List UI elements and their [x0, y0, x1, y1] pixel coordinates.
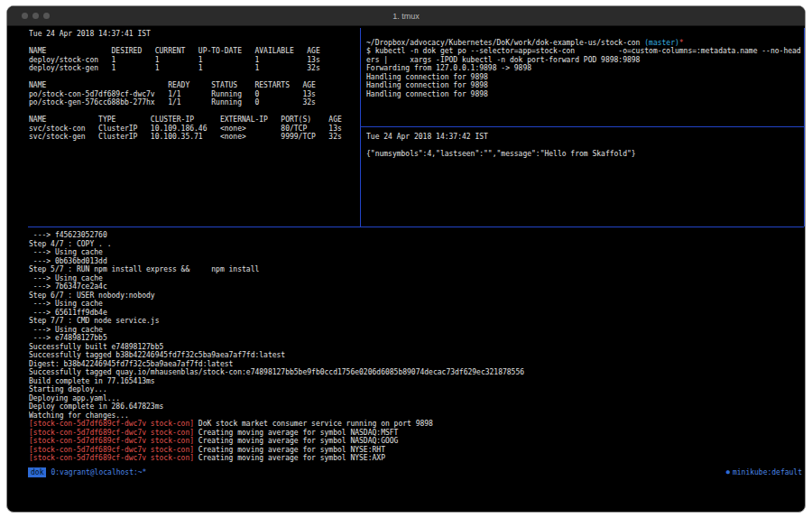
- pod-log-message: Creating moving average for symbol NASDA…: [194, 429, 398, 437]
- terminal-line: ~/Dropbox/advocacy/Kubernetes/DoK/work/d…: [366, 39, 803, 48]
- pod-log-message: DoK stock market consumer service runnin…: [194, 420, 433, 428]
- terminal-line: NAME TYPE CLUSTER-IP EXTERNAL-IP PORT(S)…: [29, 116, 359, 125]
- git-branch: (master): [644, 39, 679, 47]
- terminal-line: Tue 24 Apr 2018 14:37:42 IST: [366, 133, 803, 142]
- terminal-line: [29, 73, 359, 82]
- terminal-line: Digest: b38b42246945fd7f32c5ba9aea7af7fd…: [29, 360, 803, 369]
- terminal-line: Forwarding from 127.0.0.1:9898 -> 9898: [366, 64, 803, 73]
- terminal-line: {"numsymbols":4,"lastseen":"","message":…: [366, 150, 803, 159]
- cwd-path: ~/Dropbox/advocacy/Kubernetes/DoK/work/d…: [366, 39, 644, 47]
- terminal-line: NAME READY STATUS RESTARTS AGE: [29, 81, 359, 90]
- pane-border-horizontal-right: [361, 126, 804, 127]
- close-window-button[interactable]: [22, 13, 28, 19]
- terminal-line: Tue 24 Apr 2018 14:37:41 IST: [29, 30, 359, 39]
- terminal-line: Step 5/7 : RUN npm install express && np…: [29, 265, 803, 274]
- pane-border-vertical: [360, 28, 361, 227]
- terminal-line: po/stock-gen-576cc688bb-277hx 1/1 Runnin…: [29, 98, 359, 107]
- terminal-line: ---> e74898127bb5: [29, 334, 803, 343]
- pod-log-prefix: [stock-con-5d7df689cf-dwc7v stock-con]: [29, 437, 194, 445]
- terminal-line: [stock-con-5d7df689cf-dwc7v stock-con] C…: [29, 429, 803, 438]
- terminal-line: deploy/stock-gen 1 1 1 1 32s: [29, 64, 359, 73]
- terminal-line: [366, 142, 803, 151]
- terminal-line: ---> Using cache: [29, 248, 803, 257]
- pane-port-forward[interactable]: ~/Dropbox/advocacy/Kubernetes/DoK/work/d…: [366, 30, 803, 125]
- terminal-line: [stock-con-5d7df689cf-dwc7v stock-con] D…: [29, 420, 803, 429]
- terminal-line: Successfully tagged quay.io/mhausenblas/…: [29, 368, 803, 377]
- terminal-line: Watching for changes...: [29, 412, 803, 421]
- terminal-line: Step 7/7 : CMD node service.js: [29, 317, 803, 326]
- minikube-icon: ●: [726, 467, 730, 477]
- terminal-line: Handling connection for 9898: [366, 81, 803, 90]
- window-titlebar[interactable]: 1. tmux: [7, 6, 805, 26]
- pane-skaffold-build-log[interactable]: ---> f45623052760Step 4/7 : COPY . . ---…: [29, 231, 803, 467]
- terminal-line: Deploy complete in 286.647823ms: [29, 402, 803, 412]
- terminal-line: ---> Using cache: [29, 274, 803, 283]
- tmux-window-list[interactable]: 0:vagrant@localhost:~*: [51, 467, 146, 477]
- terminal-line: po/stock-con-5d7df689cf-dwc7v 1/1 Runnin…: [29, 90, 359, 99]
- pane-border-vertical-right: [804, 28, 805, 227]
- pane-kubectl-resources[interactable]: Tue 24 Apr 2018 14:37:41 ISTNAME DESIRED…: [29, 30, 359, 227]
- tmux-session-name[interactable]: dok: [28, 467, 46, 477]
- minimize-window-button[interactable]: [32, 13, 39, 19]
- terminal-window: 1. tmux Tue 24 Apr 2018 14:37:41 ISTNAME…: [6, 5, 806, 513]
- tmux-status-bar: dok 0:vagrant@localhost:~* ● minikube:de…: [28, 467, 804, 477]
- pod-log-prefix: [stock-con-5d7df689cf-dwc7v stock-con]: [29, 446, 194, 454]
- terminal-line: Step 6/7 : USER nobody:nobody: [29, 291, 803, 301]
- pod-log-prefix: [stock-con-5d7df689cf-dwc7v stock-con]: [29, 420, 194, 428]
- screenshot-background: 1. tmux Tue 24 Apr 2018 14:37:41 ISTNAME…: [0, 0, 812, 518]
- terminal-line: [29, 39, 359, 48]
- terminal-line: [stock-con-5d7df689cf-dwc7v stock-con] C…: [29, 446, 803, 455]
- terminal-line: ---> Using cache: [29, 326, 803, 335]
- terminal-line: [stock-con-5d7df689cf-dwc7v stock-con] C…: [29, 454, 803, 463]
- pane-border-horizontal-full: [28, 227, 804, 227]
- terminal-line: Successfully built e74898127bb5: [29, 343, 803, 352]
- terminal-line: ers | xargs -IPOD kubectl -n dok port-fo…: [366, 56, 803, 65]
- pod-log-prefix: [stock-con-5d7df689cf-dwc7v stock-con]: [29, 429, 194, 437]
- zoom-window-button[interactable]: [43, 13, 50, 19]
- terminal-line: [stock-con-5d7df689cf-dwc7v stock-con] C…: [29, 437, 803, 446]
- terminal-line: deploy/stock-con 1 1 1 1 13s: [29, 56, 359, 65]
- pod-log-message: Creating moving average for symbol NYSE:…: [194, 454, 385, 462]
- pane-service-response[interactable]: Tue 24 Apr 2018 14:37:42 IST{"numsymbols…: [366, 130, 803, 225]
- terminal-line: Build complete in 77.165413ms: [29, 377, 803, 386]
- terminal-line: svc/stock-gen ClusterIP 10.100.35.71 <no…: [29, 133, 359, 142]
- terminal-line: ---> 65611ff9db4e: [29, 309, 803, 318]
- terminal-line: ---> Using cache: [29, 300, 803, 309]
- terminal-line: Handling connection for 9898: [366, 90, 803, 99]
- pod-log-message: Creating moving average for symbol NASDA…: [194, 437, 398, 445]
- terminal-line: ---> 0b636bd013dd: [29, 257, 803, 266]
- terminal-line: Step 4/7 : COPY . .: [29, 240, 803, 249]
- pod-log-prefix: [stock-con-5d7df689cf-dwc7v stock-con]: [29, 454, 194, 462]
- traffic-lights: [22, 6, 50, 25]
- pod-log-message: Creating moving average for symbol NYSE:…: [194, 446, 385, 454]
- terminal-line: ---> f45623052760: [29, 231, 803, 240]
- terminal-line: Successfully tagged b38b42246945fd7f32c5…: [29, 351, 803, 360]
- tmux-status-right: ● minikube:default: [726, 467, 804, 477]
- terminal-line: $ kubectl -n dok get po --selector=app=s…: [366, 47, 803, 56]
- terminal-line: NAME DESIRED CURRENT UP-TO-DATE AVAILABL…: [29, 47, 359, 56]
- terminal-line: ---> 7b6347ce2a4c: [29, 282, 803, 291]
- git-dirty-flag: *: [679, 39, 684, 47]
- terminal-line: Handling connection for 9898: [366, 73, 803, 82]
- terminal-line: svc/stock-con ClusterIP 10.109.186.46 <n…: [29, 125, 359, 134]
- terminal-line: Starting deploy...: [29, 385, 803, 394]
- terminal-line: [366, 30, 803, 39]
- kube-context-label: minikube:default: [733, 467, 802, 477]
- terminal-line: [29, 107, 359, 116]
- window-title: 1. tmux: [392, 12, 420, 21]
- terminal-line: Deploying app.yaml...: [29, 394, 803, 403]
